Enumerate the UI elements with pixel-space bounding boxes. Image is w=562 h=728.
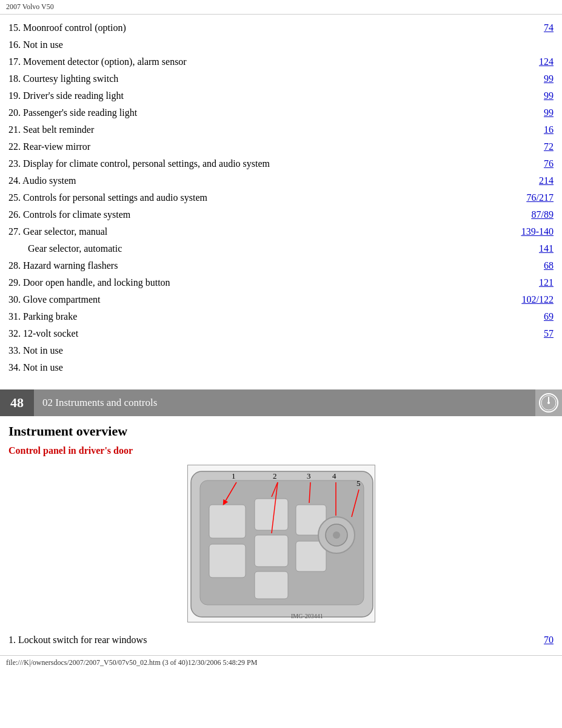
item-link[interactable]: 16 bbox=[544, 123, 554, 137]
top-bar-title: 2007 Volvo V50 bbox=[6, 2, 54, 11]
lockout-label: 1. Lockout switch for rear windows bbox=[8, 635, 544, 645]
item-row: Gear selector, automatic141 bbox=[8, 240, 554, 257]
svg-rect-13 bbox=[255, 499, 288, 530]
content-area: 15. Moonroof control (option)7416. Not i… bbox=[0, 15, 562, 379]
item-link[interactable]: 72 bbox=[544, 140, 554, 154]
svg-text:IMG-203441: IMG-203441 bbox=[291, 613, 323, 619]
item-label: 26. Controls for climate system bbox=[8, 207, 532, 222]
item-link[interactable]: 99 bbox=[544, 89, 554, 103]
item-link[interactable]: 99 bbox=[544, 106, 554, 120]
item-link[interactable]: 69 bbox=[544, 309, 554, 324]
item-label: 18. Courtesy lighting switch bbox=[8, 72, 544, 86]
item-link[interactable]: 141 bbox=[539, 241, 554, 256]
svg-point-20 bbox=[333, 531, 340, 539]
item-link[interactable]: 124 bbox=[539, 55, 554, 69]
svg-text:4: 4 bbox=[332, 471, 336, 480]
item-link[interactable]: 87/89 bbox=[532, 207, 554, 222]
item-row: 20. Passenger's side reading light99 bbox=[8, 104, 554, 121]
item-row: 27. Gear selector, manual139-140 bbox=[8, 223, 554, 240]
item-label: 30. Glove compartment bbox=[8, 292, 522, 307]
item-label: 32. 12-volt socket bbox=[8, 326, 544, 341]
item-row: 24. Audio system214 bbox=[8, 172, 554, 189]
item-label: 31. Parking brake bbox=[8, 309, 544, 324]
svg-point-3 bbox=[547, 402, 550, 404]
item-link[interactable]: 74 bbox=[544, 21, 554, 35]
top-bar: 2007 Volvo V50 bbox=[0, 0, 562, 15]
item-label: 17. Movement detector (option), alarm se… bbox=[8, 55, 539, 69]
item-row: 23. Display for climate control, persona… bbox=[8, 155, 554, 172]
item-link[interactable]: 214 bbox=[539, 174, 554, 188]
item-link[interactable]: 76 bbox=[544, 157, 554, 171]
svg-rect-11 bbox=[209, 505, 246, 538]
item-link[interactable]: 76/217 bbox=[527, 190, 554, 205]
item-row: 21. Seat belt reminder16 bbox=[8, 121, 554, 138]
item-row: 28. Hazard warning flashers68 bbox=[8, 257, 554, 274]
svg-rect-14 bbox=[255, 535, 288, 567]
svg-rect-12 bbox=[209, 544, 246, 578]
item-row: 17. Movement detector (option), alarm se… bbox=[8, 53, 554, 70]
instrument-overview-heading: Instrument overview bbox=[8, 423, 554, 439]
item-link[interactable]: 68 bbox=[544, 258, 554, 273]
item-link[interactable]: 57 bbox=[544, 326, 554, 341]
item-row: 31. Parking brake69 bbox=[8, 308, 554, 325]
lockout-row: 1. Lockout switch for rear windows 70 bbox=[8, 632, 554, 648]
item-label: 15. Moonroof control (option) bbox=[8, 21, 544, 35]
item-row: 15. Moonroof control (option)74 bbox=[8, 19, 554, 36]
item-label: 21. Seat belt reminder bbox=[8, 123, 544, 137]
svg-rect-15 bbox=[255, 571, 288, 599]
item-link[interactable]: 121 bbox=[539, 275, 554, 290]
svg-text:2: 2 bbox=[273, 471, 277, 480]
svg-text:3: 3 bbox=[307, 471, 311, 480]
item-row: 25. Controls for personal settings and a… bbox=[8, 189, 554, 206]
item-label: 33. Not in use bbox=[8, 343, 554, 358]
svg-text:1: 1 bbox=[232, 471, 236, 480]
item-row: 26. Controls for climate system87/89 bbox=[8, 206, 554, 223]
item-row: 16. Not in use bbox=[8, 36, 554, 53]
item-row: 18. Courtesy lighting switch99 bbox=[8, 70, 554, 87]
item-row: 33. Not in use bbox=[8, 342, 554, 359]
item-label: 25. Controls for personal settings and a… bbox=[8, 190, 527, 205]
section-label: 02 Instruments and controls bbox=[34, 397, 535, 409]
image-container: 1 2 3 4 5 IMG-203441 bbox=[8, 465, 554, 622]
item-label: Gear selector, automatic bbox=[28, 241, 539, 256]
instrument-overview: Instrument overview Control panel in dri… bbox=[0, 416, 562, 650]
item-row: 29. Door open handle, and locking button… bbox=[8, 274, 554, 291]
control-panel-label: Control panel in driver's door bbox=[8, 445, 554, 456]
file-path: file:///K|/ownersdocs/2007/2007_V50/07v5… bbox=[6, 658, 257, 667]
item-label: 16. Not in use bbox=[8, 38, 554, 52]
page-number: 48 bbox=[0, 389, 34, 416]
item-link[interactable]: 102/122 bbox=[522, 292, 554, 307]
item-link[interactable]: 139-140 bbox=[521, 224, 554, 239]
item-label: 24. Audio system bbox=[8, 174, 539, 188]
item-label: 20. Passenger's side reading light bbox=[8, 106, 544, 120]
item-label: 27. Gear selector, manual bbox=[8, 224, 521, 239]
svg-text:5: 5 bbox=[356, 479, 361, 488]
item-label: 34. Not in use bbox=[8, 360, 554, 375]
item-row: 34. Not in use bbox=[8, 359, 554, 376]
lockout-link[interactable]: 70 bbox=[544, 635, 554, 645]
door-panel-image: 1 2 3 4 5 IMG-203441 bbox=[187, 465, 375, 622]
items-list: 15. Moonroof control (option)7416. Not i… bbox=[8, 19, 554, 376]
item-row: 22. Rear-view mirror72 bbox=[8, 138, 554, 155]
item-row: 32. 12-volt socket57 bbox=[8, 325, 554, 342]
item-label: 29. Door open handle, and locking button bbox=[8, 275, 539, 290]
item-label: 19. Driver's side reading light bbox=[8, 89, 544, 103]
item-link[interactable]: 99 bbox=[544, 72, 554, 86]
item-label: 23. Display for climate control, persona… bbox=[8, 157, 544, 171]
bottom-file-bar: file:///K|/ownersdocs/2007/2007_V50/07v5… bbox=[0, 655, 562, 670]
gauge-icon bbox=[535, 389, 562, 416]
item-label: 28. Hazard warning flashers bbox=[8, 258, 544, 273]
item-row: 19. Driver's side reading light99 bbox=[8, 87, 554, 104]
page-footer-bar: 48 02 Instruments and controls bbox=[0, 389, 562, 416]
item-label: 22. Rear-view mirror bbox=[8, 140, 544, 154]
item-row: 30. Glove compartment102/122 bbox=[8, 291, 554, 308]
